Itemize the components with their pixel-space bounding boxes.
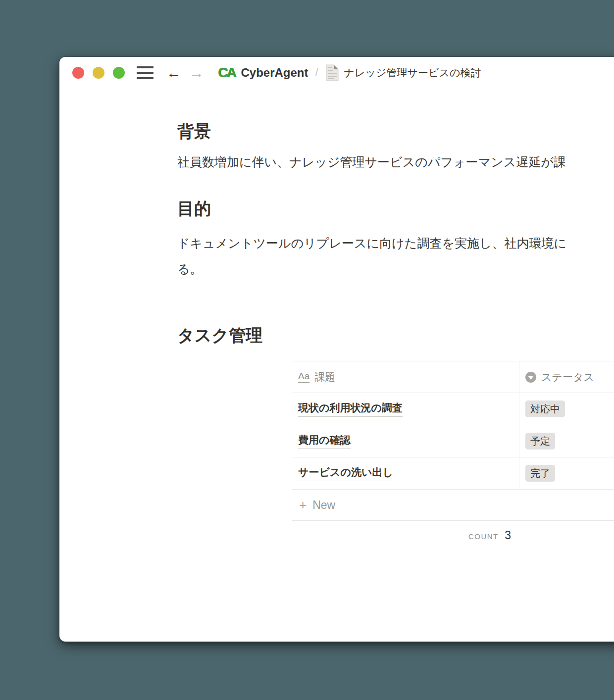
traffic-lights: [72, 67, 125, 79]
count-label: COUNT: [468, 532, 499, 541]
paragraph-purpose-line1: ドキュメントツールのリプレースに向けた調査を実施し、社内環境に: [177, 230, 614, 256]
count-value: 3: [505, 529, 511, 542]
paragraph-background: 社員数増加に伴い、ナレッジ管理サービスのパフォーマンス遅延が課: [177, 152, 614, 172]
page-content: 背景 社員数増加に伴い、ナレッジ管理サービスのパフォーマンス遅延が課 目的 ドキ…: [59, 120, 614, 542]
task-title-link[interactable]: 費用の確認: [298, 433, 351, 449]
table-row: 費用の確認 予定 20: [292, 425, 614, 457]
heading-purpose: 目的: [177, 198, 614, 219]
breadcrumb-separator: /: [315, 66, 318, 79]
breadcrumb-page-title[interactable]: ナレッジ管理サービスの検討: [344, 66, 481, 80]
column-header-status[interactable]: ステータス: [519, 361, 614, 393]
status-badge: 完了: [525, 465, 555, 482]
status-badge: 対応中: [525, 400, 565, 417]
page-document-icon: [325, 64, 339, 81]
sidebar-menu-icon[interactable]: [137, 66, 154, 79]
forward-button[interactable]: →: [189, 65, 204, 80]
text-property-icon: Aa: [298, 371, 309, 383]
task-database-table: Aa 課題 ステータス: [292, 361, 614, 542]
task-cell[interactable]: サービスの洗い出し: [292, 457, 519, 489]
count-calculation[interactable]: COUNT 3: [292, 521, 519, 542]
new-row-label: New: [312, 499, 335, 512]
workspace-logo[interactable]: CA: [218, 65, 235, 81]
paragraph-purpose: ドキュメントツールのリプレースに向けた調査を実施し、社内環境に る。: [177, 230, 614, 282]
task-cell[interactable]: 費用の確認: [292, 425, 519, 457]
status-cell[interactable]: 対応中: [519, 393, 614, 425]
column-header-status-label: ステータス: [541, 370, 594, 384]
heading-task-management: タスク管理: [177, 324, 614, 346]
heading-background: 背景: [177, 120, 614, 142]
select-property-icon: [525, 372, 536, 383]
task-title-link[interactable]: 現状の利用状況の調査: [298, 401, 403, 417]
task-cell[interactable]: 現状の利用状況の調査: [292, 393, 519, 425]
minimize-window-button[interactable]: [93, 67, 104, 79]
column-header-task-label: 課題: [314, 370, 335, 384]
table-header-row: Aa 課題 ステータス: [292, 361, 614, 393]
new-row-button[interactable]: + New: [292, 490, 614, 521]
app-window: ← → CA CyberAgent / ナレッジ管理サービスの検討 背景 社員数…: [59, 57, 614, 642]
zoom-window-button[interactable]: [113, 67, 125, 79]
table-row: サービスの洗い出し 完了 20: [292, 457, 614, 490]
breadcrumb-workspace[interactable]: CyberAgent: [241, 66, 308, 80]
status-cell[interactable]: 完了: [519, 457, 614, 489]
plus-icon: +: [299, 499, 307, 511]
close-window-button[interactable]: [72, 67, 84, 79]
titlebar: ← → CA CyberAgent / ナレッジ管理サービスの検討: [59, 57, 614, 89]
paragraph-purpose-line2: る。: [177, 256, 614, 282]
status-cell[interactable]: 予定: [519, 425, 614, 457]
table-row: 現状の利用状況の調査 対応中 20: [292, 393, 614, 425]
back-button[interactable]: ←: [166, 65, 181, 80]
status-badge: 予定: [525, 433, 555, 450]
column-header-task[interactable]: Aa 課題: [292, 361, 519, 393]
task-title-link[interactable]: サービスの洗い出し: [298, 465, 393, 481]
